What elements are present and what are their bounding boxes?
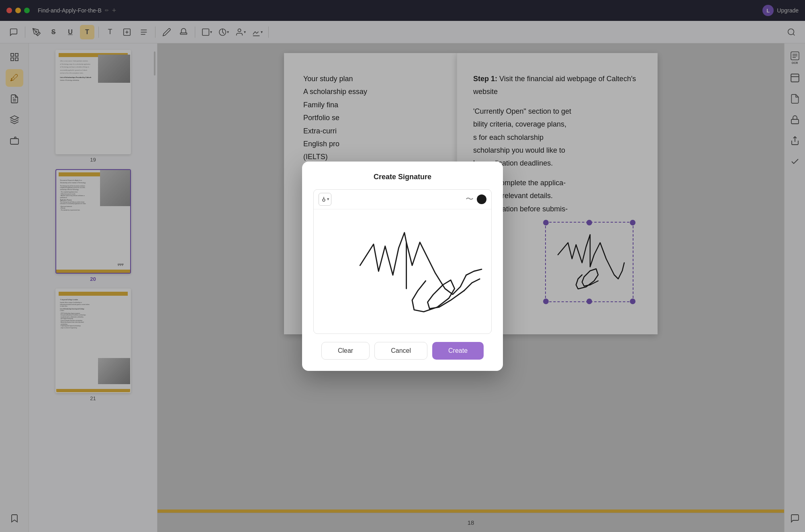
signature-canvas-area[interactable]: ▾ 〜 [313,189,492,334]
pen-size-selector[interactable]: ▾ [319,193,331,206]
color-picker-dot[interactable] [477,194,486,204]
cancel-button[interactable]: Cancel [374,342,427,360]
create-signature-modal: Create Signature ▾ 〜 [302,162,503,371]
modal-overlay: Create Signature ▾ 〜 [0,0,805,532]
chevron-down-icon: ▾ [327,196,329,202]
modal-buttons: Clear Cancel Create [313,342,492,360]
clear-button[interactable]: Clear [321,342,370,360]
modal-title: Create Signature [313,173,492,181]
create-button[interactable]: Create [432,342,484,360]
svg-point-23 [323,199,325,201]
signature-drawing-canvas[interactable] [314,209,491,333]
signature-svg [314,209,491,333]
modal-canvas-toolbar: ▾ 〜 [314,190,491,209]
squiggle-icon: 〜 [466,194,474,205]
